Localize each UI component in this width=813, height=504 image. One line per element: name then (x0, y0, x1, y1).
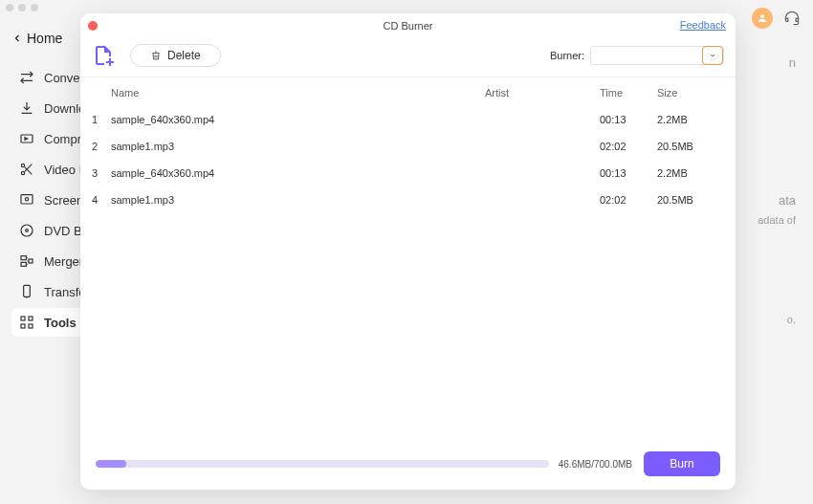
row-filename: sample1.mp3 (111, 194, 485, 206)
home-label: Home (27, 31, 62, 46)
row-number: 4 (92, 194, 111, 206)
table-row[interactable]: 2sample1.mp302:0220.5MB (80, 133, 736, 160)
row-time: 02:02 (600, 194, 657, 206)
bg-text: n (729, 55, 796, 70)
file-table: Name Artist Time Size 1sample_640x360.mp… (80, 77, 736, 442)
svg-rect-10 (24, 285, 31, 296)
traffic-light[interactable] (18, 4, 26, 11)
table-row[interactable]: 3sample_640x360.mp400:132.2MB (80, 160, 736, 186)
transfer-icon (19, 284, 34, 299)
burn-button[interactable]: Burn (644, 451, 720, 476)
svg-rect-8 (21, 262, 26, 266)
sidebar-item-label: Merger (44, 254, 83, 269)
chevron-down-icon[interactable] (702, 46, 723, 65)
table-row[interactable]: 4sample1.mp302:0220.5MB (80, 186, 736, 213)
svg-rect-9 (29, 259, 33, 263)
row-artist (485, 167, 600, 179)
cd-burner-modal: CD Burner Feedback Delete Burner: Name A… (80, 13, 736, 490)
sidebar-item-label: Downlo (44, 101, 85, 116)
modal-title: CD Burner (384, 20, 433, 32)
row-time: 02:02 (600, 141, 657, 152)
headset-icon[interactable] (782, 9, 802, 28)
column-artist: Artist (485, 87, 600, 99)
burner-label: Burner: (550, 50, 584, 61)
download-icon (19, 100, 34, 116)
svg-rect-14 (29, 324, 33, 328)
row-size: 2.2MB (657, 114, 724, 125)
trash-icon (150, 50, 162, 61)
row-time: 00:13 (600, 167, 657, 179)
svg-rect-3 (21, 195, 33, 204)
row-size: 20.5MB (657, 194, 724, 206)
window-traffic-lights (6, 4, 38, 11)
sidebar-item-label: Screen (44, 193, 83, 208)
svg-rect-7 (21, 256, 26, 260)
table-row[interactable]: 1sample_640x360.mp400:132.2MB (80, 106, 736, 133)
row-artist (485, 114, 600, 125)
disc-icon (19, 223, 34, 238)
merge-icon (19, 253, 34, 269)
storage-progress-text: 46.6MB/700.0MB (559, 459, 632, 470)
sidebar-item-label: Tools (44, 316, 77, 330)
converter-icon (19, 70, 34, 85)
svg-point-5 (21, 225, 33, 236)
row-number: 2 (92, 141, 111, 152)
svg-rect-13 (21, 324, 25, 328)
bg-text: ata (729, 193, 796, 208)
avatar[interactable] (752, 8, 773, 29)
svg-rect-12 (29, 317, 33, 320)
svg-rect-11 (21, 317, 25, 320)
svg-point-4 (25, 198, 28, 201)
delete-label: Delete (167, 49, 201, 62)
bg-text: adata of (729, 214, 796, 226)
row-time: 00:13 (600, 114, 657, 125)
tools-icon (19, 315, 34, 330)
sidebar-item-label: Conver (44, 71, 84, 85)
row-filename: sample_640x360.mp4 (111, 114, 485, 125)
scissors-icon (19, 162, 34, 177)
add-file-icon[interactable] (92, 44, 115, 67)
row-size: 2.2MB (657, 167, 724, 179)
row-filename: sample1.mp3 (111, 141, 485, 152)
row-artist (485, 141, 600, 152)
bg-text: o. (729, 314, 796, 325)
row-size: 20.5MB (657, 141, 724, 152)
traffic-light[interactable] (6, 4, 13, 11)
traffic-light[interactable] (31, 4, 38, 11)
delete-button[interactable]: Delete (130, 44, 221, 67)
feedback-link[interactable]: Feedback (680, 19, 726, 31)
storage-progress-bar (96, 460, 549, 468)
column-size: Size (657, 87, 724, 99)
row-artist (485, 194, 600, 206)
column-time: Time (600, 87, 657, 99)
row-number: 1 (92, 114, 111, 125)
row-filename: sample_640x360.mp4 (111, 167, 485, 179)
column-name: Name (111, 87, 485, 99)
burner-select[interactable] (590, 46, 724, 65)
row-number: 3 (92, 167, 111, 179)
compress-icon (19, 131, 34, 146)
screen-icon (19, 192, 34, 208)
svg-point-2 (21, 171, 24, 174)
close-icon[interactable] (88, 21, 98, 31)
svg-point-6 (26, 230, 29, 232)
svg-point-1 (21, 164, 24, 166)
